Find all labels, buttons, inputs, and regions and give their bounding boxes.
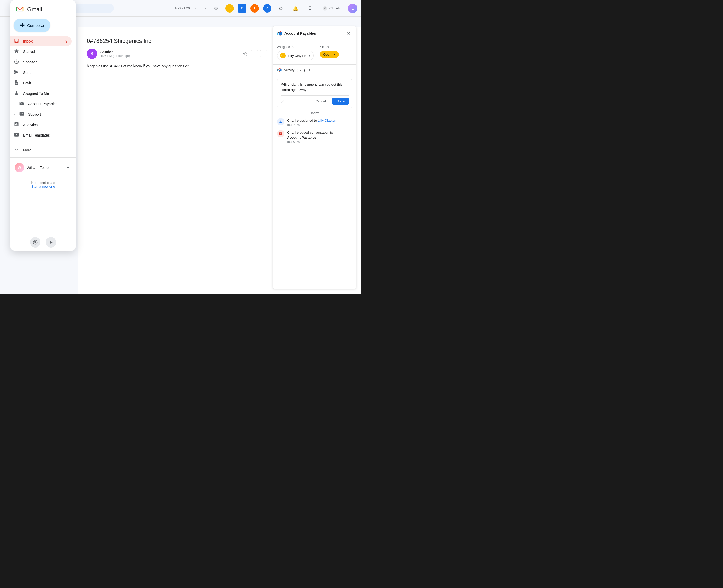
next-page-button[interactable]: › <box>201 5 209 12</box>
sidebar-item-analytics[interactable]: Analytics <box>11 120 71 130</box>
account-payables-icon <box>19 101 24 107</box>
assigned-label: Assigned To Me <box>23 91 49 96</box>
analytics-label: Analytics <box>23 123 38 127</box>
compose-button[interactable]: ✚ Compose <box>14 19 50 32</box>
action-2: added conversation to <box>299 130 333 134</box>
sent-icon <box>14 69 19 76</box>
comment-actions: ⤢ Cancel Done <box>281 95 349 105</box>
ap-close-button[interactable]: ✕ <box>345 30 352 37</box>
user-avatar-drawer: W <box>15 163 24 172</box>
assigned-icon <box>14 90 19 97</box>
account-payables-label: Account Payables <box>28 102 58 106</box>
ap-panel-header: 📬 Account Payables ✕ <box>273 26 356 41</box>
video-icon-button[interactable] <box>46 237 56 248</box>
divider-2 <box>11 158 76 158</box>
actor-1: Charlie <box>287 119 298 123</box>
more-options-button[interactable]: ⋮ <box>260 50 267 58</box>
assignee-selector[interactable]: LC Lilly Clayton ▼ <box>277 51 314 60</box>
sender-info: Sender 4:05 PM (1 hour ago) <box>100 50 130 58</box>
sidebar-item-assigned-to-me[interactable]: Assigned To Me <box>11 88 71 99</box>
account-payables-chevron: › <box>14 102 15 106</box>
drawer-header: Gmail <box>11 0 76 17</box>
ap-assign-section: Assigned to LC Lilly Clayton ▼ Status Op… <box>273 41 356 65</box>
status-button[interactable]: Open ▼ <box>320 51 339 58</box>
email-body: hipgenics Inc. ASAP. Let me know if you … <box>87 63 267 69</box>
assignee-avatar: LC <box>280 53 286 59</box>
actor-2: Charlie <box>287 130 298 134</box>
status-dropdown-icon: ▼ <box>333 53 336 56</box>
activity-mail-icon: 📬 <box>277 68 282 72</box>
email-templates-label: Email Templates <box>23 133 49 137</box>
drawer-title: Gmail <box>27 6 42 13</box>
action-1: assigned to <box>299 119 318 123</box>
comment-buttons: Cancel Done <box>311 98 349 105</box>
email-subject: 0#786254 Shipgenics Inc <box>87 38 267 44</box>
status-label: Status <box>320 45 339 49</box>
support-icon <box>19 111 24 118</box>
expand-icon[interactable]: ⤢ <box>281 99 284 104</box>
activity-date: Today <box>277 111 352 115</box>
minimize-button[interactable]: − <box>251 50 258 58</box>
drawer-bottom-icons <box>11 234 76 251</box>
comment-mention: @Brenda <box>281 83 295 86</box>
calendar-button[interactable]: 31 <box>238 4 246 13</box>
sidebar-item-sent[interactable]: Sent <box>11 67 71 78</box>
check-button[interactable]: ✓ <box>263 4 271 13</box>
analytics-icon <box>14 122 19 128</box>
cancel-button[interactable]: Cancel <box>311 98 330 105</box>
user-indicator: b <box>225 4 234 13</box>
done-button[interactable]: Done <box>332 98 349 105</box>
activity-chevron: ▼ <box>308 68 311 72</box>
prev-page-button[interactable]: ‹ <box>192 5 199 12</box>
sidebar-item-account-payables[interactable]: › Account Payables <box>11 99 71 109</box>
settings-icon-button[interactable]: ⚙ <box>275 3 286 14</box>
assignee-dropdown-icon: ▼ <box>308 54 311 57</box>
sidebar-item-more[interactable]: More <box>11 145 71 155</box>
add-chat-button[interactable]: + <box>64 164 71 171</box>
grid-button[interactable]: ⠿ <box>305 3 315 14</box>
chat-icon-button[interactable] <box>30 237 40 248</box>
more-label: More <box>23 148 32 152</box>
inbox-icon <box>14 38 19 45</box>
assignee-name: Lilly Clayton <box>288 54 306 58</box>
sidebar-item-inbox[interactable]: Inbox 3 <box>11 36 71 46</box>
activity-entry-2: Charlie added conversation to Account Pa… <box>277 130 352 144</box>
status-column: Status Open ▼ <box>320 45 339 60</box>
comment-text: @Brenda, this is urgent, can you get thi… <box>281 82 349 92</box>
user-avatar[interactable]: L <box>348 4 357 13</box>
target-2: Account Payables <box>287 135 316 140</box>
starred-label: Starred <box>23 49 35 54</box>
sidebar-item-draft[interactable]: Draft <box>11 78 71 88</box>
bell-button[interactable]: 🔔 <box>290 3 301 14</box>
sidebar-item-starred[interactable]: Starred <box>11 46 71 57</box>
divider <box>11 143 76 143</box>
assigned-to-label: Assigned to <box>277 45 314 49</box>
sidebar-item-support[interactable]: › Support <box>11 109 71 120</box>
start-new-chat-link[interactable]: Start a new one <box>31 185 55 189</box>
pagination-info: 1-29 of 20 ‹ › ⚙ <box>174 3 221 14</box>
activity-person-icon <box>277 118 285 125</box>
sidebar-item-email-templates[interactable]: Email Templates <box>11 130 71 141</box>
activity-header[interactable]: 📬 Activity (2) ▼ <box>277 68 352 72</box>
chats-section: No recent chats Start a new one <box>11 175 76 192</box>
support-label: Support <box>28 112 41 117</box>
email-from-section: S Sender 4:05 PM (1 hour ago) ☆ − ⋮ <box>87 48 267 59</box>
activity-count-num: 2 <box>300 68 302 72</box>
activity-text-1: Charlie assigned to Lilly Clayton 04:37 … <box>287 118 336 127</box>
notification-badge: ! <box>250 4 259 13</box>
inbox-label: Inbox <box>23 39 33 43</box>
ap-mail-icon: 📬 <box>277 31 282 36</box>
clear-icon: ✕ <box>323 6 327 11</box>
activity-label: Activity <box>284 68 294 72</box>
sidebar-item-snoozed[interactable]: Snoozed <box>11 57 71 67</box>
clear-button[interactable]: ✕ CLEAR <box>319 4 344 12</box>
no-recent-chats: No recent chats <box>15 181 71 185</box>
activity-mail-icon-2 <box>277 130 285 137</box>
toolbar-right: 1-29 of 20 ‹ › ⚙ b 31 ! ✓ ⚙ 🔔 ⠿ ✕ CLEAR … <box>174 3 357 14</box>
settings-button[interactable]: ⚙ <box>211 3 221 14</box>
star-button[interactable]: ☆ <box>243 51 248 57</box>
account-payables-panel: 📬 Account Payables ✕ Assigned to LC Lill… <box>273 26 356 289</box>
activity-entry-1: Charlie assigned to Lilly Clayton 04:37 … <box>277 118 352 127</box>
user-section[interactable]: W William Foster + <box>11 160 76 175</box>
gmail-logo <box>16 5 24 14</box>
